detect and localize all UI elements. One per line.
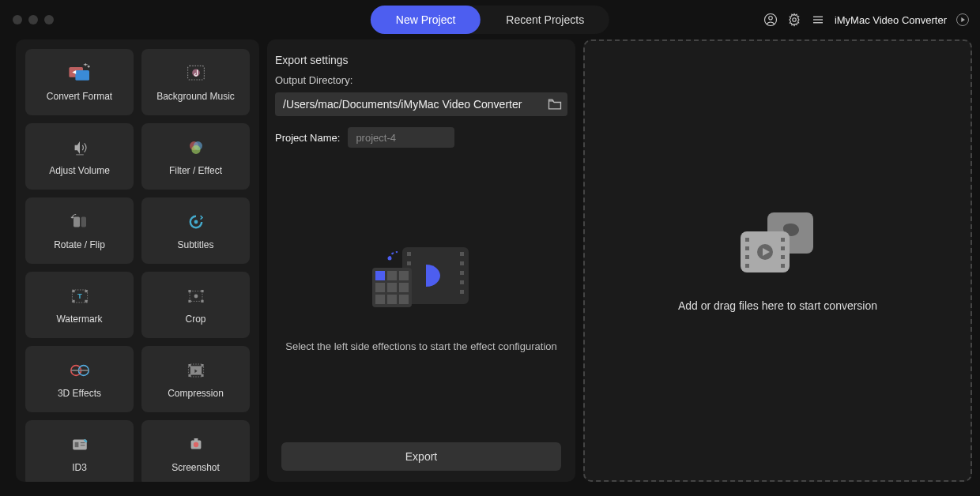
tile-label: Watermark <box>56 314 102 325</box>
svg-rect-46 <box>460 261 464 265</box>
titlebar: New Project Recent Projects iMyMac Video… <box>0 0 980 39</box>
effect-placeholder-icon <box>366 236 477 323</box>
svg-point-12 <box>191 145 200 154</box>
svg-rect-14 <box>81 217 85 227</box>
compression-icon <box>183 359 209 381</box>
tile-label: Convert Format <box>47 91 112 102</box>
export-settings-title: Export settings <box>275 54 567 66</box>
tile-crop[interactable]: Crop <box>141 272 250 338</box>
filter-effect-icon <box>183 137 209 159</box>
svg-text:T: T <box>77 291 82 300</box>
svg-rect-57 <box>375 295 385 304</box>
svg-point-15 <box>194 220 198 224</box>
svg-rect-41 <box>407 261 411 265</box>
project-name-input[interactable] <box>348 127 454 148</box>
svg-point-9 <box>192 69 200 77</box>
window-controls <box>13 15 54 24</box>
tab-new-project[interactable]: New Project <box>371 6 481 34</box>
adjust-volume-icon <box>67 137 92 159</box>
tile-convert-format[interactable]: Convert Format <box>25 49 134 115</box>
tab-recent-projects[interactable]: Recent Projects <box>481 6 609 34</box>
browse-folder-button[interactable] <box>547 96 563 112</box>
output-directory-label: Output Directory: <box>275 74 567 86</box>
output-directory-row <box>275 92 567 116</box>
drop-zone-icon <box>734 209 821 280</box>
svg-rect-59 <box>399 295 409 304</box>
svg-point-27 <box>194 295 198 299</box>
svg-rect-19 <box>72 300 74 302</box>
tile-id3[interactable]: ID3 <box>25 420 134 482</box>
minimize-window-button[interactable] <box>28 15 38 24</box>
svg-rect-51 <box>375 271 385 280</box>
svg-rect-49 <box>460 290 464 294</box>
tile-label: Rotate / Flip <box>54 239 105 250</box>
svg-rect-67 <box>781 238 785 242</box>
svg-rect-58 <box>387 295 397 304</box>
svg-rect-55 <box>387 283 397 292</box>
background-music-icon <box>183 62 209 85</box>
tile-label: Filter / Effect <box>169 165 222 176</box>
tile-rotate-flip[interactable]: Rotate / Flip <box>25 197 134 264</box>
close-window-button[interactable] <box>13 15 22 24</box>
export-settings-panel: Export settings Output Directory: Projec… <box>267 39 575 482</box>
svg-rect-68 <box>781 246 785 250</box>
svg-rect-25 <box>188 300 190 302</box>
svg-rect-69 <box>781 255 785 259</box>
tile-label: Screenshot <box>172 462 220 473</box>
tile-label: Compression <box>168 388 224 399</box>
tile-adjust-volume[interactable]: Adjust Volume <box>25 123 134 190</box>
svg-rect-66 <box>745 264 749 268</box>
svg-point-37 <box>193 442 198 447</box>
tile-background-music[interactable]: Background Music <box>141 49 250 115</box>
drop-zone-hint: Add or drag files here to start conversi… <box>678 299 877 312</box>
menu-icon[interactable] <box>811 13 825 27</box>
settings-icon[interactable] <box>787 13 801 27</box>
app-logo-icon <box>956 13 969 26</box>
project-name-row: Project Name: <box>275 127 567 148</box>
crop-icon <box>183 285 209 307</box>
effect-preview-area: Select the left side effections to start… <box>275 148 567 442</box>
svg-rect-33 <box>74 442 78 447</box>
tile-label: 3D Effects <box>58 388 101 399</box>
tile-filter-effect[interactable]: Filter / Effect <box>141 123 250 190</box>
tile-screenshot[interactable]: Screenshot <box>141 420 250 482</box>
output-directory-input[interactable] <box>275 92 567 116</box>
svg-rect-64 <box>745 246 749 250</box>
app-window: New Project Recent Projects iMyMac Video… <box>0 0 980 496</box>
svg-rect-20 <box>85 300 87 302</box>
tile-subtitles[interactable]: Subtitles <box>141 197 250 264</box>
drop-zone[interactable]: Add or drag files here to start conversi… <box>583 39 972 482</box>
svg-rect-26 <box>201 300 203 302</box>
tile-watermark[interactable]: T Watermark <box>25 272 134 338</box>
svg-rect-13 <box>74 217 80 227</box>
subtitles-icon <box>183 211 209 233</box>
svg-rect-70 <box>781 264 785 268</box>
tile-3d-effects[interactable]: 3D Effects <box>25 346 134 412</box>
account-icon[interactable] <box>763 13 778 27</box>
svg-point-1 <box>769 17 773 21</box>
svg-rect-63 <box>745 238 749 242</box>
id3-icon <box>67 434 92 456</box>
svg-rect-52 <box>387 271 397 280</box>
app-title: iMyMac Video Converter <box>835 14 947 26</box>
project-tabs: New Project Recent Projects <box>371 6 609 34</box>
svg-rect-65 <box>745 255 749 259</box>
svg-rect-48 <box>460 280 464 284</box>
tile-compression[interactable]: Compression <box>141 346 250 412</box>
content-area: Convert Format Background Music <box>0 39 980 490</box>
effects-sidebar: Convert Format Background Music <box>16 39 259 482</box>
tile-label: Subtitles <box>177 239 213 250</box>
svg-rect-54 <box>375 283 385 292</box>
tile-label: Background Music <box>156 91 235 102</box>
svg-rect-47 <box>460 271 464 275</box>
tile-label: ID3 <box>72 462 87 473</box>
maximize-window-button[interactable] <box>44 15 54 24</box>
export-button[interactable]: Export <box>281 442 561 471</box>
svg-point-60 <box>388 256 392 260</box>
svg-rect-24 <box>201 290 203 292</box>
svg-rect-17 <box>72 290 74 292</box>
svg-rect-40 <box>407 252 411 256</box>
effects-grid: Convert Format Background Music <box>25 49 250 482</box>
effect-hint-text: Select the left side effections to start… <box>285 339 557 355</box>
svg-rect-38 <box>194 438 198 441</box>
